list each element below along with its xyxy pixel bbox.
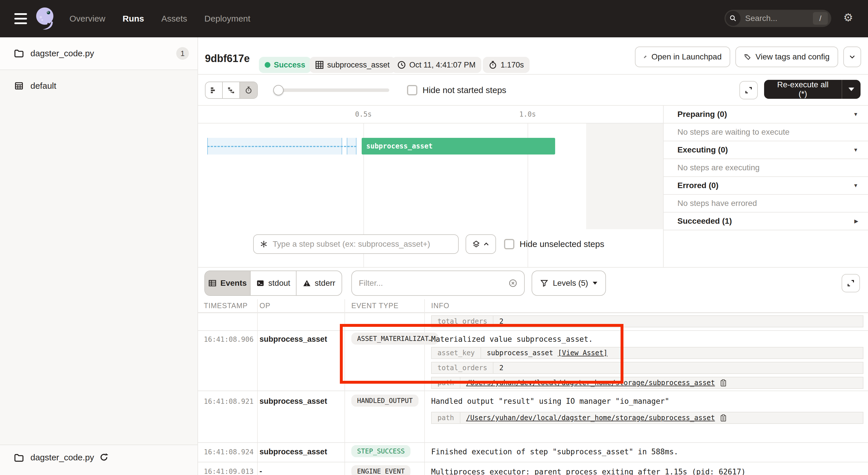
hamburger-menu-icon[interactable] (14, 13, 27, 24)
warning-icon (303, 279, 311, 287)
waiting-dash-line (207, 146, 356, 147)
timeline-tick: 1.0s (519, 110, 536, 118)
caret-right-icon: ▶ (854, 218, 858, 224)
table-row[interactable]: 16:41:09.013 - ENGINE_EVENT Multiprocess… (198, 463, 868, 475)
run-id-title: 9dbf617e (205, 53, 250, 65)
event-op[interactable]: subprocess_asset (259, 397, 327, 406)
gantt-view-timing-button[interactable] (240, 82, 257, 98)
path-link[interactable]: /Users/yuhan/dev/local/dagster_home/stor… (466, 414, 715, 422)
job-grid-icon (14, 81, 24, 91)
event-type-badge: HANDLED_OUTPUT (351, 394, 418, 407)
clock-icon (397, 61, 406, 69)
search-shortcut-key: / (813, 12, 828, 25)
event-timestamp: 16:41:08.921 (204, 397, 253, 406)
hide-not-started-checkbox[interactable] (407, 85, 417, 95)
chevron-up-icon (483, 241, 489, 247)
column-header-info: INFO (431, 301, 450, 310)
copy-icon[interactable] (720, 414, 727, 422)
gantt-view-waterfall-button[interactable] (223, 82, 240, 98)
tab-stdout[interactable]: stdout (251, 271, 296, 295)
event-info-text: Finished execution of step "subprocess_a… (431, 447, 678, 456)
nav-item-runs[interactable]: Runs (123, 14, 144, 24)
copy-icon[interactable] (720, 379, 727, 387)
dagster-run-page: Overview Runs Assets Deployment / ⚙ dags… (0, 0, 868, 475)
reexecute-dropdown-button[interactable] (842, 88, 861, 91)
run-header-more-button[interactable] (843, 47, 861, 67)
chevron-down-icon (593, 282, 597, 285)
terminal-icon (256, 279, 265, 287)
gear-icon[interactable]: ⚙ (843, 12, 853, 23)
panel-section-executing[interactable]: Executing (0)▼ (663, 141, 868, 159)
left-sidebar: dagster_code.py 1 default dagster_code.p… (0, 37, 198, 475)
slider-knob[interactable] (273, 85, 284, 95)
search-input[interactable] (745, 14, 813, 23)
step-subset-input[interactable] (273, 239, 453, 249)
hide-unselected-label: Hide unselected steps (520, 239, 604, 249)
folder-icon (14, 48, 24, 59)
gantt-view-flat-button[interactable] (206, 82, 223, 98)
pencil-icon (644, 53, 647, 61)
nav-item-assets[interactable]: Assets (161, 14, 187, 24)
step-selection-toolbar: Hide unselected steps (198, 229, 663, 267)
gantt-fullscreen-button[interactable] (739, 81, 758, 99)
events-fullscreen-button[interactable] (842, 274, 860, 292)
event-op[interactable]: subprocess_asset (259, 447, 327, 456)
sidebar-item-label: default (30, 81, 56, 91)
step-status-panel: Preparing (0)▼ No steps are waiting to e… (663, 106, 868, 267)
tab-events[interactable]: Events (205, 271, 251, 295)
event-timestamp: 16:41:08.924 (204, 448, 253, 456)
timeline-tick: 0.5s (355, 110, 372, 118)
funnel-icon (540, 279, 548, 287)
event-op[interactable]: - (259, 467, 262, 475)
table-row[interactable]: total_orders 2 (198, 313, 868, 331)
column-header-op: OP (259, 301, 270, 310)
chevron-down-icon (849, 53, 856, 60)
event-type-badge: STEP_SUCCESS (351, 445, 410, 457)
event-op[interactable]: subprocess_asset (259, 335, 327, 344)
hide-not-started-row: Hide not started steps (407, 85, 506, 95)
table-row[interactable]: 16:41:08.921 subprocess_asset HANDLED_OU… (198, 391, 868, 443)
panel-section-errored[interactable]: Errored (0)▼ (663, 177, 868, 195)
asset-tag[interactable]: subprocess_asset (309, 57, 396, 73)
table-row[interactable]: 16:41:08.924 subprocess_asset STEP_SUCCE… (198, 443, 868, 463)
log-filter-input[interactable] (359, 278, 504, 288)
panel-caption: No steps are executing (663, 159, 868, 177)
gantt-zoom-slider[interactable] (274, 88, 389, 92)
table-icon (208, 279, 216, 287)
event-type-badge: ENGINE_EVENT (351, 465, 410, 475)
path-link[interactable]: /Users/yuhan/dev/local/dagster_home/stor… (466, 379, 715, 387)
levels-filter-button[interactable]: Levels (5) (532, 270, 606, 296)
search-bar[interactable]: / (724, 10, 831, 27)
event-timestamp: 16:41:08.906 (204, 335, 253, 344)
gantt-view-mode-group (205, 82, 258, 99)
nav-item-deployment[interactable]: Deployment (205, 14, 250, 24)
gantt-toolbar: Hide not started steps Re-execute all (*… (198, 75, 868, 106)
view-asset-link[interactable]: [View Asset] (558, 349, 608, 357)
event-info-text: Materialized value subprocess_asset. (431, 335, 593, 344)
tab-stderr[interactable]: stderr (297, 271, 342, 295)
table-row[interactable]: 16:41:08.906 subprocess_asset ASSET_MATE… (198, 331, 868, 391)
top-navbar: Overview Runs Assets Deployment / ⚙ (0, 0, 868, 37)
panel-caption: No steps are waiting to execute (663, 123, 868, 141)
collapse-layers-button[interactable] (466, 234, 496, 254)
gantt-step-bar[interactable]: subprocess_asset (362, 138, 555, 154)
event-info-text: Handled output "result" using IO manager… (431, 397, 670, 406)
clear-filter-icon[interactable] (508, 279, 517, 288)
sidebar-item-code-location[interactable]: dagster_code.py 1 (0, 37, 197, 70)
panel-section-preparing[interactable]: Preparing (0)▼ (663, 106, 868, 123)
run-timestamp-tag: Oct 11, 4:41:07 PM (392, 57, 482, 73)
open-in-launchpad-button[interactable]: Open in Launchpad (635, 47, 730, 67)
panel-section-succeeded[interactable]: Succeeded (1)▶ (663, 212, 868, 230)
event-type-badge: ASSET_MATERIALIZAT… (351, 332, 438, 345)
view-tags-config-button[interactable]: View tags and config (735, 47, 838, 67)
sidebar-footer: dagster_code.py (0, 445, 197, 475)
success-dot-icon (265, 62, 270, 68)
metadata-entry: asset_key subprocess_asset[View Asset] (431, 347, 863, 359)
reexecute-all-button[interactable]: Re-execute all (*) (764, 80, 861, 99)
refresh-icon[interactable] (99, 453, 108, 462)
dagster-logo-icon[interactable] (34, 6, 58, 32)
nav-item-overview[interactable]: Overview (69, 14, 105, 24)
sidebar-item-job-default[interactable]: default (0, 70, 197, 102)
run-header: 9dbf617e Success subprocess_asset Oct 11… (198, 37, 868, 75)
hide-unselected-checkbox[interactable] (504, 239, 515, 249)
